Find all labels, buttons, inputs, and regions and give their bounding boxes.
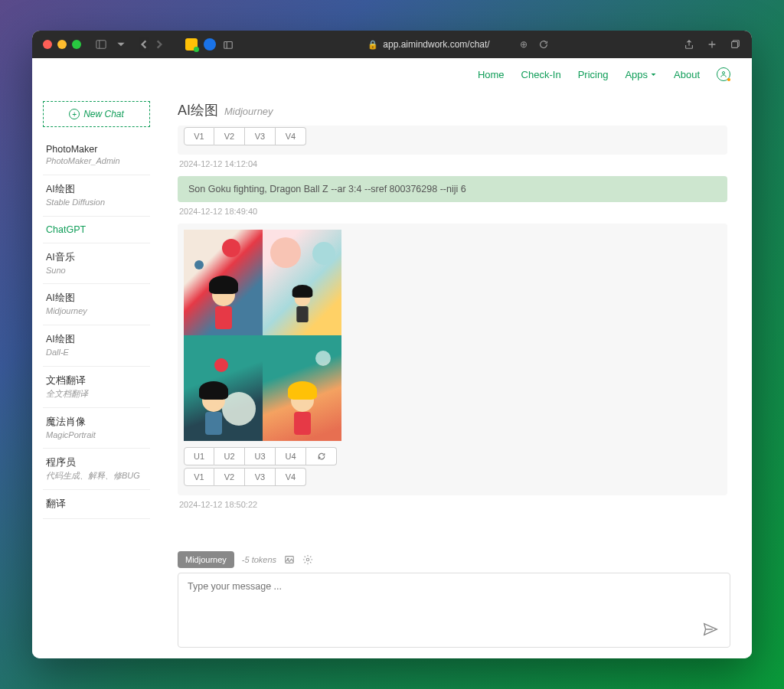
maximize-window[interactable]: [72, 40, 81, 49]
svg-rect-4: [732, 42, 738, 48]
new-chat-button[interactable]: + New Chat: [43, 101, 150, 127]
prev-result-actions: V1 V2 V3 V4: [178, 126, 727, 155]
v3-button-prev[interactable]: V3: [245, 127, 276, 145]
sidebar-toggle-icon[interactable]: [95, 38, 107, 51]
window-controls: [43, 40, 81, 49]
u1-button[interactable]: U1: [184, 447, 214, 465]
chevron-down-icon: [650, 71, 657, 78]
refresh-icon: [317, 452, 326, 461]
svg-rect-2: [224, 42, 233, 49]
v4-button-prev[interactable]: V4: [276, 127, 306, 145]
sidebar-item-programmer[interactable]: 程序员代码生成、解释、修BUG: [43, 449, 150, 490]
token-cost: -5 tokens: [242, 555, 276, 564]
extension-icon-2[interactable]: [204, 38, 216, 51]
u2-button[interactable]: U2: [214, 447, 245, 465]
v2-button-prev[interactable]: V2: [214, 127, 245, 145]
v1-button[interactable]: V1: [184, 468, 214, 486]
browser-window: 🔒 app.aimindwork.com/chat/ ⊕ Home Check-…: [32, 31, 752, 658]
v1-button-prev[interactable]: V1: [184, 127, 214, 145]
sidebar: + New Chat PhotoMakerPhotoMaker_Admin AI…: [32, 90, 161, 658]
v2-button[interactable]: V2: [214, 468, 245, 486]
nav-pricing[interactable]: Pricing: [578, 69, 609, 80]
main: + New Chat PhotoMakerPhotoMaker_Admin AI…: [32, 90, 752, 658]
user-prompt: Son Goku fighting, Dragon Ball Z --ar 3:…: [178, 176, 727, 202]
extension-icon-3[interactable]: [222, 38, 234, 51]
reload-icon[interactable]: [537, 38, 550, 51]
settings-icon[interactable]: [302, 554, 313, 565]
svg-point-5: [722, 72, 724, 74]
close-window[interactable]: [43, 40, 52, 49]
timestamp-2: 2024-12-12 18:49:40: [179, 207, 727, 216]
model-tag[interactable]: Midjourney: [178, 551, 234, 568]
message-input-box: [178, 573, 730, 648]
sidebar-item-sd[interactable]: AI绘图Stable Diffusion: [43, 175, 150, 217]
url-text: app.aimindwork.com/chat/: [383, 39, 489, 50]
sidebar-item-chatgpt[interactable]: ChatGPT: [43, 217, 150, 243]
minimize-window[interactable]: [57, 40, 67, 49]
svg-point-8: [306, 558, 309, 561]
url-bar[interactable]: 🔒 app.aimindwork.com/chat/ ⊕: [240, 38, 677, 51]
tabs-icon[interactable]: [729, 38, 741, 51]
u4-button[interactable]: U4: [276, 447, 306, 465]
chat-panel: AI绘图 Midjourney V1 V2 V3 V4 2024-12-12 1…: [161, 90, 752, 658]
extension-icon-1[interactable]: [185, 38, 198, 51]
timestamp-1: 2024-12-12 14:12:04: [179, 159, 727, 168]
v4-button[interactable]: V4: [276, 468, 306, 486]
sidebar-item-translate[interactable]: 翻译: [43, 490, 150, 519]
chat-header: AI绘图 Midjourney: [178, 101, 730, 119]
back-icon[interactable]: [138, 38, 150, 51]
svg-rect-0: [96, 41, 106, 49]
chat-scroll[interactable]: V1 V2 V3 V4 2024-12-12 14:12:04 Son Goku…: [178, 126, 730, 547]
nav-home[interactable]: Home: [478, 69, 505, 80]
generated-image-3[interactable]: [184, 335, 263, 441]
send-button[interactable]: [702, 621, 719, 638]
sidebar-item-dalle[interactable]: AI绘图Dall-E: [43, 325, 150, 367]
app-content: Home Check-In Pricing Apps About + New C…: [32, 58, 752, 658]
sidebar-item-music[interactable]: AI音乐Suno: [43, 243, 150, 285]
message-input[interactable]: [188, 581, 720, 639]
chat-title: AI绘图: [178, 101, 218, 119]
nav-about[interactable]: About: [674, 69, 700, 80]
regenerate-button[interactable]: [306, 447, 337, 465]
timestamp-3: 2024-12-12 18:50:22: [179, 500, 727, 509]
sidebar-item-doctranslate[interactable]: 文档翻译全文档翻译: [43, 367, 150, 408]
tab-dropdown-icon[interactable]: [115, 38, 127, 51]
reader-icon[interactable]: ⊕: [518, 38, 530, 51]
plus-icon: +: [69, 109, 80, 119]
v3-button[interactable]: V3: [245, 468, 276, 486]
sidebar-item-magicportrait[interactable]: 魔法肖像MagicPortrait: [43, 408, 150, 449]
nav-apps[interactable]: Apps: [625, 69, 657, 80]
generated-image-4[interactable]: [263, 335, 341, 441]
u3-button[interactable]: U3: [245, 447, 276, 465]
sidebar-item-midjourney[interactable]: AI绘图Midjourney: [43, 284, 150, 325]
new-chat-label: New Chat: [83, 109, 124, 119]
image-grid: [184, 230, 341, 441]
user-avatar-icon[interactable]: [717, 67, 730, 81]
result-block: U1 U2 U3 U4 V1 V2 V3 V4: [178, 224, 727, 495]
forward-icon[interactable]: [153, 38, 165, 51]
share-icon[interactable]: [683, 38, 695, 51]
titlebar: 🔒 app.aimindwork.com/chat/ ⊕: [32, 31, 752, 58]
composer: Midjourney -5 tokens: [178, 547, 730, 658]
chat-subtitle: Midjourney: [224, 106, 273, 117]
lock-icon: 🔒: [368, 40, 378, 50]
sidebar-item-photomaker[interactable]: PhotoMakerPhotoMaker_Admin: [43, 136, 150, 175]
image-icon[interactable]: [284, 554, 295, 565]
top-nav: Home Check-In Pricing Apps About: [32, 58, 752, 90]
new-tab-icon[interactable]: [706, 38, 718, 51]
nav-checkin[interactable]: Check-In: [521, 69, 561, 80]
generated-image-2[interactable]: [263, 230, 341, 335]
generated-image-1[interactable]: [184, 230, 263, 335]
